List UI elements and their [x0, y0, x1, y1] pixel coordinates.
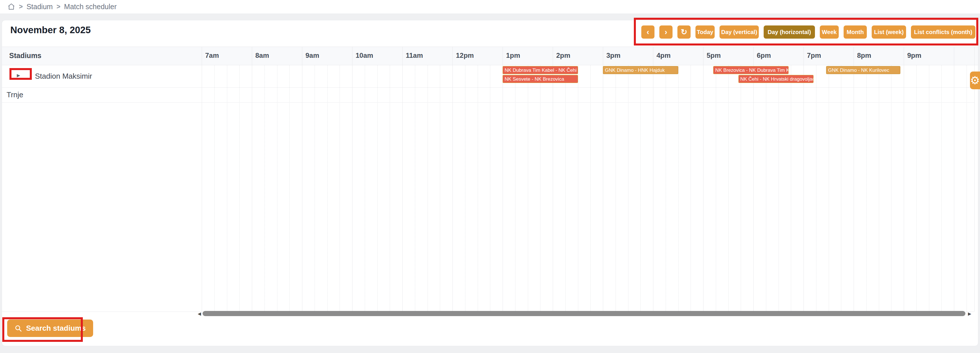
view-button-list-week[interactable]: List (week)	[872, 25, 906, 39]
time-label-6pm: 6pm	[757, 52, 771, 60]
time-label-8pm: 8pm	[857, 52, 871, 60]
view-button-week[interactable]: Week	[820, 25, 839, 39]
hour-gridline	[854, 47, 854, 312]
search-stadiums-label: Search stadiums	[26, 324, 86, 333]
breadcrumb-separator: >	[56, 3, 60, 11]
expand-row-icon[interactable]: ►	[16, 72, 21, 79]
time-label-9pm: 9pm	[907, 52, 921, 60]
stadiums-column-header: Stadiums	[9, 52, 41, 60]
hour-gridline	[302, 47, 302, 312]
breadcrumb-separator: >	[19, 3, 23, 11]
time-label-7pm: 7pm	[807, 52, 821, 60]
match-event[interactable]: GNK Dinamo - HNK Hajduk	[603, 66, 678, 74]
chevron-left-button[interactable]: ‹	[641, 25, 654, 39]
hour-gridline	[703, 47, 703, 312]
view-button-today[interactable]: Today	[695, 25, 715, 39]
hour-gridline	[252, 47, 252, 312]
time-label-11am: 11am	[406, 52, 423, 60]
time-label-4pm: 4pm	[657, 52, 671, 60]
hour-gridline	[753, 47, 754, 312]
view-button-day-horizontal[interactable]: Day (horizontal)	[764, 25, 815, 39]
breadcrumb-item-match-scheduler: Match scheduler	[64, 3, 117, 11]
hour-gridline	[603, 47, 603, 312]
match-event[interactable]: NK Dubrava Tim Kabel - NK Čehi	[503, 66, 578, 74]
time-label-5pm: 5pm	[706, 52, 721, 60]
match-event[interactable]: NK Brezovica - NK Dubrava Tim Ka	[713, 66, 789, 74]
time-label-2pm: 2pm	[556, 52, 570, 60]
hour-gridline	[954, 47, 954, 312]
search-icon	[14, 325, 22, 332]
match-event[interactable]: GNK Dinamo - NK Kurilovec	[826, 66, 900, 74]
chevron-right-button[interactable]: ›	[659, 25, 673, 39]
time-label-12pm: 12pm	[456, 52, 474, 60]
settings-flyout-button[interactable]: ⚙	[970, 71, 980, 89]
grid-header	[2, 47, 978, 65]
match-event[interactable]: NK Čehi - NK Hrvatski dragovoljac	[738, 75, 814, 83]
view-button-list-conflicts-month[interactable]: List conflicts (month)	[911, 25, 975, 39]
time-label-10am: 10am	[356, 52, 373, 60]
date-title: November 8, 2025	[10, 25, 91, 35]
refresh-button[interactable]: ↻	[678, 25, 690, 39]
time-label-7am: 7am	[205, 52, 219, 60]
search-stadiums-button[interactable]: Search stadiums	[7, 320, 93, 337]
time-label-8am: 8am	[255, 52, 269, 60]
hour-gridline	[503, 47, 503, 312]
resource-row-trnje: Trnje	[6, 90, 23, 99]
view-toolbar: ‹›↻TodayDay (vertical)Day (horizontal)We…	[641, 25, 975, 39]
scrollbar-left-arrow[interactable]: ◀	[198, 312, 201, 316]
breadcrumb: > Stadium > Match scheduler	[0, 0, 980, 13]
hour-gridline	[452, 47, 453, 312]
match-scheduler-screen: > Stadium > Match scheduler November 8, …	[0, 0, 980, 353]
breadcrumb-item-stadium[interactable]: Stadium	[26, 3, 53, 11]
time-label-9am: 9am	[305, 52, 319, 60]
horizontal-scrollbar-thumb[interactable]	[203, 311, 966, 316]
match-event[interactable]: NK Sesvete - NK Brezovica	[503, 75, 578, 83]
view-button-day-vertical[interactable]: Day (vertical)	[719, 25, 759, 39]
time-label-1pm: 1pm	[506, 52, 520, 60]
gear-icon: ⚙	[970, 74, 980, 87]
home-icon[interactable]	[8, 3, 15, 11]
hour-gridline	[803, 47, 804, 312]
chevron-right-icon: ›	[665, 28, 667, 36]
hour-gridline	[202, 47, 202, 312]
resource-row-stadion-maksimir: Stadion Maksimir	[35, 72, 92, 81]
chevron-left-icon: ‹	[647, 28, 649, 36]
time-label-3pm: 3pm	[606, 52, 620, 60]
hour-gridline	[553, 47, 553, 312]
scrollbar-right-arrow[interactable]: ▶	[968, 312, 971, 316]
view-button-month[interactable]: Month	[843, 25, 867, 39]
refresh-icon: ↻	[681, 27, 687, 36]
